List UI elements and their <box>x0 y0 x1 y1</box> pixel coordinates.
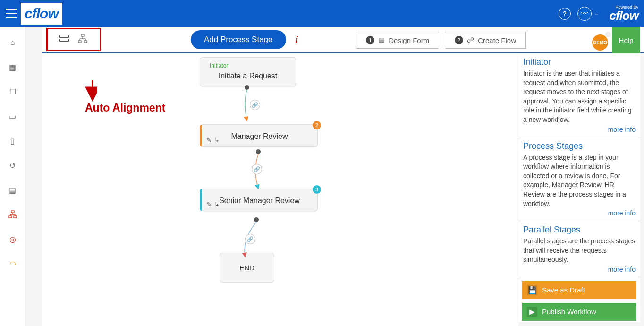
step-2-badge: 2 <box>455 36 463 44</box>
info-icon[interactable]: i <box>296 34 298 45</box>
annotation-arrow-icon <box>78 80 97 103</box>
menu-icon[interactable] <box>6 8 17 19</box>
stage-number-badge: 3 <box>313 185 321 194</box>
demo-badge[interactable]: DEMO <box>592 34 608 51</box>
stage-manager-review[interactable]: 2 Manager Review ✎ ↳ <box>200 124 318 147</box>
help-body: Initiator is the user that initiates a r… <box>523 69 636 125</box>
tab-label: Design Form <box>389 36 429 44</box>
svg-rect-5 <box>84 41 87 43</box>
link-icon[interactable]: 🔗 <box>252 164 262 174</box>
help-section-process-stages: Process Stages A process stage is a step… <box>518 137 640 222</box>
chart-icon[interactable]: ▤ <box>8 186 17 194</box>
home-icon[interactable]: ⌂ <box>8 38 17 47</box>
help-body: Parallel stages are the process stages t… <box>523 237 636 265</box>
book-icon[interactable]: ▯ <box>8 137 17 145</box>
stage-senior-manager-review[interactable]: 3 Senior Manager Review ✎ ↳ <box>200 189 318 211</box>
help-panel: Initiator Initiator is the user that ini… <box>518 53 640 322</box>
save-draft-button[interactable]: 💾 Save as Draft <box>522 281 636 299</box>
button-label: Publish Workflow <box>542 308 596 316</box>
edit-icon[interactable]: ✎ <box>206 201 212 208</box>
svg-rect-2 <box>14 216 17 218</box>
stage-title: Senior Manager Review <box>211 194 308 206</box>
stage-initiator[interactable]: Initiator Initiate a Request <box>200 57 296 86</box>
edit-icon[interactable]: ✎ <box>206 137 212 144</box>
help-body: A process stage is a step in your workfl… <box>523 153 636 209</box>
powered-by-logo: Powered By cflow <box>610 5 638 22</box>
step-1-badge: 1 <box>366 36 374 44</box>
add-process-stage-button[interactable]: Add Process Stage <box>191 30 286 49</box>
annotation-label: Auto Alignment <box>85 102 165 114</box>
svg-rect-3 <box>81 34 84 36</box>
canvas-toolbar: Add Process Stage i 1 ▤ Design Form 2 ☍ … <box>42 27 644 53</box>
auto-align-group <box>46 28 101 51</box>
save-icon: 💾 <box>527 285 537 295</box>
help-icon[interactable]: ? <box>559 8 571 20</box>
calendar-icon[interactable]: ☐ <box>8 87 17 96</box>
more-info-link[interactable]: more info <box>523 266 636 273</box>
svg-point-9 <box>254 217 259 222</box>
tab-create-flow[interactable]: 2 ☍ Create Flow <box>445 32 526 49</box>
workflow-icon[interactable] <box>8 210 17 219</box>
svg-rect-1 <box>9 216 12 218</box>
branch-icon[interactable]: ↳ <box>214 201 220 208</box>
publish-workflow-button[interactable]: ▶ Publish Workflow <box>522 303 636 321</box>
branch-icon[interactable]: ↳ <box>214 137 220 144</box>
stage-number-badge: 2 <box>313 121 321 129</box>
flow-icon: ☍ <box>467 36 474 44</box>
svg-rect-4 <box>78 41 81 43</box>
target-icon[interactable]: ◎ <box>8 235 17 243</box>
help-section-parallel-stages: Parallel Stages Parallel stages are the … <box>518 221 640 277</box>
brand-text: cflow <box>610 9 638 22</box>
more-info-link[interactable]: more info <box>523 209 636 217</box>
tab-design-form[interactable]: 1 ▤ Design Form <box>356 32 439 49</box>
svg-point-7 <box>245 85 249 90</box>
align-vertical-icon[interactable] <box>59 35 69 44</box>
align-tree-icon[interactable] <box>77 34 88 46</box>
chat-icon[interactable]: 〰 <box>577 7 592 21</box>
stage-title: Manager Review <box>211 129 308 142</box>
link-icon[interactable]: 🔗 <box>245 234 255 244</box>
button-label: Save as Draft <box>542 286 585 294</box>
tab-label: Create Flow <box>478 36 516 44</box>
help-title: Process Stages <box>523 141 636 151</box>
form-icon: ▤ <box>378 36 385 44</box>
demo-notif-dot <box>605 32 611 37</box>
card-icon[interactable]: ▭ <box>8 112 17 120</box>
flow-canvas[interactable]: Auto Alignment Initiator Initiate a Requ… <box>42 53 518 326</box>
more-info-link[interactable]: more info <box>523 126 636 133</box>
help-button[interactable]: Help <box>612 27 640 53</box>
topbar: cflow ? 〰 Powered By cflow <box>0 0 644 27</box>
left-nav-rail: ⌂ ▦ ☐ ▭ ▯ ↺ ▤ ◎ ◠ <box>0 27 25 326</box>
brand-logo[interactable]: cflow <box>21 3 62 25</box>
svg-rect-0 <box>11 211 14 213</box>
publish-icon: ▶ <box>527 307 537 317</box>
grid-icon[interactable]: ▦ <box>8 63 17 71</box>
history-icon[interactable]: ↺ <box>8 161 17 170</box>
help-title: Parallel Stages <box>523 225 636 235</box>
initiator-tag: Initiator <box>210 62 286 69</box>
headphones-icon[interactable]: ◠ <box>8 259 17 268</box>
help-title: Initiator <box>523 57 636 67</box>
link-icon[interactable]: 🔗 <box>250 100 260 110</box>
help-section-initiator: Initiator Initiator is the user that ini… <box>518 53 640 137</box>
svg-point-8 <box>256 149 261 154</box>
stage-title: Initiate a Request <box>210 69 286 81</box>
